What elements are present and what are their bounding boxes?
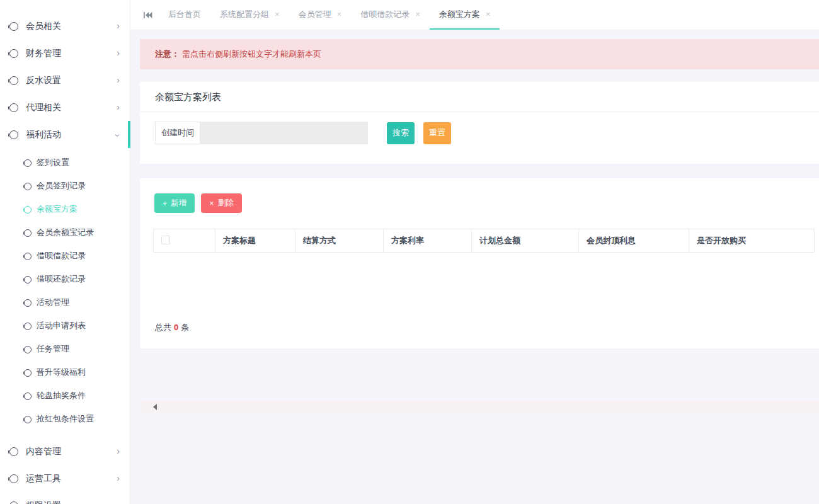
circle-icon [24, 205, 32, 213]
sidebar-item-label: 借呗借款记录 [37, 250, 86, 261]
sidebar-item-checkin-settings[interactable]: 签到设置 [0, 151, 130, 174]
sidebar-item-label: 轮盘抽奖条件 [37, 390, 86, 401]
tab-yuebao-plan[interactable]: 余额宝方案 × [430, 0, 500, 30]
chevron-right-icon: › [117, 103, 120, 112]
sidebar-item-label: 反水设置 [26, 75, 117, 86]
sidebar-item-red-packet-conditions[interactable]: 抢红包条件设置 [0, 407, 130, 430]
sidebar-item-member-yuebao-records[interactable]: 会员余额宝记录 [0, 220, 130, 244]
chevron-right-icon: › [117, 474, 120, 483]
total-prefix: 总共 [155, 323, 171, 332]
table-toolbar: + 新增 × 删除 [153, 193, 815, 213]
plans-table: 方案标题 结算方式 方案利率 计划总金额 会员封顶利息 是否开放购买 [153, 229, 815, 253]
total-count: 总共0条 [153, 322, 815, 333]
create-time-group: 创建时间 [155, 122, 368, 144]
reset-button[interactable]: 重置 [423, 122, 451, 144]
sidebar-item-rebate-settings[interactable]: 反水设置 › [0, 67, 130, 94]
close-icon[interactable]: × [415, 9, 420, 19]
sidebar-item-label: 代理相关 [26, 102, 117, 113]
scroll-left-arrow-icon[interactable] [153, 404, 157, 410]
sidebar-item-label: 余额宝方案 [37, 203, 77, 215]
sidebar-item-permission-settings[interactable]: 权限设置 › [0, 492, 130, 504]
sidebar-item-member-related[interactable]: 会员相关 › [0, 13, 130, 40]
chevron-right-icon: › [117, 21, 120, 30]
circle-icon [24, 299, 32, 306]
sidebar-item-agent-related[interactable]: 代理相关 › [0, 94, 130, 121]
cross-icon: × [209, 199, 214, 208]
notice-banner: 注意： 需点击右侧刷新按钮文字才能刷新本页 [140, 39, 819, 69]
table-card: + 新增 × 删除 方案标题 结算方式 方案利率 计划总金额 会员封顶利息 是否… [140, 178, 819, 348]
sidebar-item-yuebao-plan[interactable]: 余额宝方案 [0, 197, 130, 220]
close-icon[interactable]: × [275, 9, 280, 19]
create-time-label: 创建时间 [155, 122, 200, 144]
header-cell-member-interest-cap: 会员封顶利息 [579, 229, 689, 253]
header-cell-plan-rate: 方案利率 [384, 229, 472, 253]
circle-icon [9, 76, 18, 85]
sidebar-item-label: 借呗还款记录 [37, 273, 86, 285]
sidebar-item-label: 抢红包条件设置 [37, 413, 94, 425]
sidebar-item-activity-application-list[interactable]: 活动申请列表 [0, 314, 130, 337]
header-cell-settlement-method: 结算方式 [295, 229, 384, 253]
filter-card: 余额宝方案列表 创建时间 搜索 重置 [140, 82, 819, 164]
tab-label: 系统配置分组 [220, 9, 269, 20]
sidebar-item-activity-management[interactable]: 活动管理 [0, 290, 130, 314]
tab-member-management[interactable]: 会员管理 × [289, 0, 352, 30]
add-button-label: 新增 [171, 198, 186, 209]
sidebar-item-jiebei-repayment-records[interactable]: 借呗还款记录 [0, 267, 130, 290]
sidebar: 会员相关 › 财务管理 › 反水设置 › 代理相关 › 福利活动 › 签到设置 … [0, 0, 130, 504]
delete-button[interactable]: × 删除 [201, 193, 241, 213]
chevron-right-icon: › [117, 49, 120, 57]
tab-system-config-group[interactable]: 系统配置分组 × [210, 0, 289, 30]
sidebar-item-welfare-activities[interactable]: 福利活动 › [0, 121, 130, 148]
sidebar-submenu-welfare: 签到设置 会员签到记录 余额宝方案 会员余额宝记录 借呗借款记录 借呗还款记录 … [0, 148, 130, 438]
circle-icon [24, 229, 32, 236]
circle-icon [9, 21, 18, 31]
circle-icon [9, 130, 18, 139]
sidebar-item-label: 内容管理 [26, 446, 117, 457]
tab-bar: 后台首页 系统配置分组 × 会员管理 × 借呗借款记录 × 余额宝方案 × [130, 0, 819, 30]
sidebar-item-content-management[interactable]: 内容管理 › [0, 438, 130, 465]
sidebar-item-label: 活动申请列表 [37, 320, 86, 331]
sidebar-item-jiebei-loan-records[interactable]: 借呗借款记录 [0, 244, 130, 267]
circle-icon [24, 392, 32, 399]
circle-icon [24, 322, 32, 329]
circle-icon [9, 49, 18, 58]
sidebar-item-operation-tools[interactable]: 运营工具 › [0, 465, 130, 492]
header-cell-open-for-purchase: 是否开放购买 [689, 229, 815, 253]
tab-label: 会员管理 [299, 9, 331, 20]
add-button[interactable]: + 新增 [154, 193, 195, 213]
header-cell-plan-title: 方案标题 [215, 229, 295, 253]
select-all-checkbox[interactable] [161, 236, 170, 244]
chevron-right-icon: › [117, 447, 120, 455]
sidebar-item-label: 晋升等级福利 [37, 367, 86, 378]
tab-label: 借呗借款记录 [360, 9, 410, 20]
circle-icon [24, 252, 32, 260]
sidebar-item-label: 运营工具 [26, 473, 117, 484]
tab-home[interactable]: 后台首页 [159, 0, 210, 30]
sidebar-item-label: 会员余额宝记录 [37, 227, 94, 238]
chevron-right-icon: › [117, 501, 120, 504]
collapse-tabs-icon[interactable] [143, 11, 152, 19]
close-icon[interactable]: × [486, 9, 491, 19]
sidebar-item-label: 签到设置 [37, 157, 69, 168]
sidebar-item-member-checkin-records[interactable]: 会员签到记录 [0, 174, 130, 197]
search-button[interactable]: 搜索 [387, 122, 415, 144]
circle-icon [24, 182, 32, 190]
sidebar-item-finance-management[interactable]: 财务管理 › [0, 40, 130, 67]
sidebar-item-roulette-lottery-conditions[interactable]: 轮盘抽奖条件 [0, 384, 130, 407]
sidebar-item-promotion-level-welfare[interactable]: 晋升等级福利 [0, 360, 130, 384]
header-cell-select [154, 229, 215, 253]
circle-icon [9, 103, 18, 112]
sidebar-item-label: 财务管理 [26, 48, 117, 59]
horizontal-scrollbar[interactable] [140, 401, 819, 413]
circle-icon [24, 415, 32, 423]
create-time-input[interactable] [200, 122, 368, 144]
sidebar-item-label: 任务管理 [37, 343, 69, 355]
chevron-right-icon: › [117, 76, 120, 84]
sidebar-item-task-management[interactable]: 任务管理 [0, 337, 130, 360]
tab-jiebei-loan-records[interactable]: 借呗借款记录 × [351, 0, 430, 30]
circle-icon [9, 501, 18, 504]
close-icon[interactable]: × [337, 9, 342, 19]
plus-icon: + [163, 199, 167, 208]
notice-text: 需点击右侧刷新按钮文字才能刷新本页 [182, 49, 321, 60]
total-suffix: 条 [181, 323, 189, 332]
